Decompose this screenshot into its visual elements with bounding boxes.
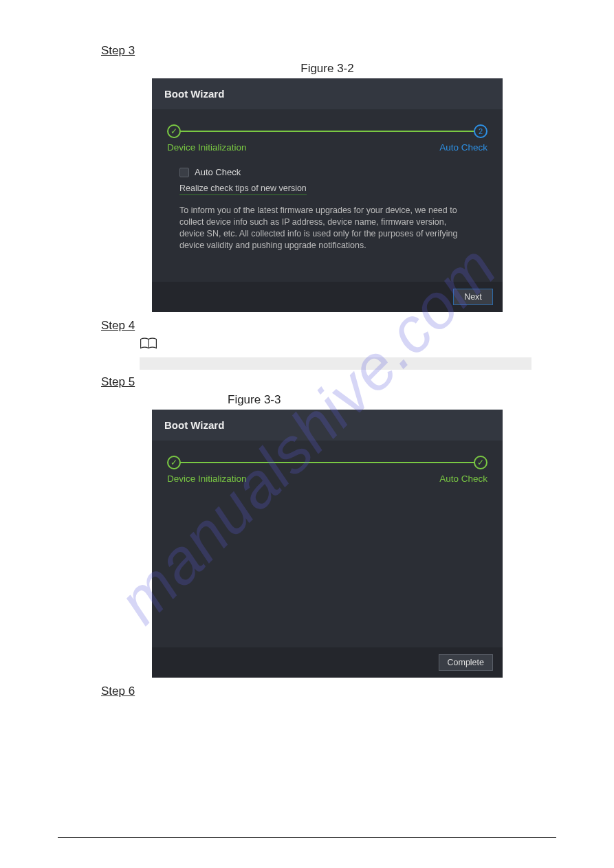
progress-node-2-icon: 2 [474, 124, 487, 138]
book-icon [140, 337, 157, 353]
progress-step2-label: Auto Check [439, 142, 487, 153]
page-footer-rule [58, 837, 556, 838]
step-3-label: Step 3 [101, 44, 541, 58]
progress-step2-label-2: Auto Check [439, 474, 487, 484]
auto-check-info-text: To inform you of the latest firmware upg… [179, 205, 460, 252]
complete-button[interactable]: Complete [439, 654, 494, 671]
step-6-label: Step 6 [101, 685, 541, 698]
auto-check-checkbox-label: Auto Check [195, 167, 241, 177]
figure-3-2-label: Figure 3-2 [152, 62, 503, 76]
progress-line [175, 131, 479, 132]
wizard-title: Boot Wizard [152, 78, 503, 109]
next-button[interactable]: Next [453, 289, 493, 305]
step-5-label: Step 5 [101, 375, 541, 389]
progress-step1-label-2: Device Initialization [167, 474, 247, 484]
wizard-progress: 2 Device Initialization Auto Check [167, 123, 487, 155]
wizard-title-2: Boot Wizard [152, 410, 503, 441]
wizard-progress-2: Device Initialization Auto Check [167, 454, 487, 486]
step-4-label: Step 4 [101, 319, 541, 333]
figure-3-3-label: Figure 3-3 [152, 393, 503, 407]
progress-node-1-check-icon-2 [167, 456, 181, 469]
boot-wizard-panel-1: Boot Wizard 2 Device Initialization Auto… [152, 78, 503, 312]
progress-node-1-check-icon [167, 124, 181, 138]
auto-check-checkbox[interactable] [179, 168, 189, 177]
progress-step1-label: Device Initialization [167, 142, 247, 153]
progress-line-2 [175, 462, 479, 463]
progress-node-2-check-icon [474, 456, 487, 469]
note-placeholder-bar [140, 357, 531, 370]
auto-check-subline: Realize check tips of new version [179, 183, 307, 195]
boot-wizard-panel-2: Boot Wizard Device Initialization Auto C… [152, 410, 503, 678]
